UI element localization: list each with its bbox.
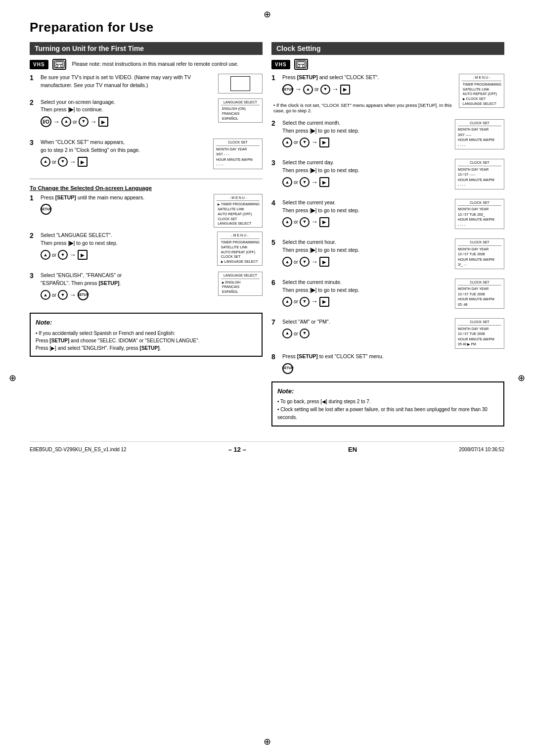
down-c7: ▼ bbox=[300, 329, 310, 338]
svg-point-2 bbox=[60, 65, 63, 67]
sub-step-3-diagram: ▲ or ▼ → SETUP bbox=[41, 289, 215, 300]
play-btn-s2: ▶ bbox=[78, 250, 88, 260]
clock-menu-screen: - M E N U - TIMER PROGRAMMING SATELLITE … bbox=[459, 74, 504, 108]
lang2-francais: FRANCAIS bbox=[221, 284, 260, 289]
step-1-num: 1 bbox=[30, 74, 38, 82]
step-1-row: 1 Be sure your TV's input is set to VIDE… bbox=[30, 74, 263, 94]
cmenu-sat: SATELLITE LINK bbox=[462, 87, 501, 92]
clock-screen-2: CLOCK SET MONTH DAY YEAR 3/07 ----- HOUR… bbox=[455, 119, 504, 150]
clock-step-8-num: 8 bbox=[271, 353, 279, 361]
en-label: EN bbox=[348, 446, 357, 453]
clock-step-2: 2 Select the current month.Then press [▶… bbox=[271, 119, 504, 155]
page-bottom: E8EB5UD_SD-V296KU_EN_ES_v1.indd 12 – 12 … bbox=[30, 441, 504, 453]
left-note-box: Note: • If you accidentally select Spani… bbox=[30, 313, 263, 357]
play-c3: ▶ bbox=[319, 177, 329, 187]
menu-screen-1: - M E N U - TIMER PROGRAMMING SATELLITE … bbox=[214, 194, 263, 228]
up-btn-c1: ▲ bbox=[303, 85, 313, 94]
clock-step-2-text: Select the current month.Then press [▶] … bbox=[282, 120, 359, 134]
setup-btn-1: SETUP bbox=[41, 204, 51, 215]
clock-step-1: 1 Press [SETUP] and select "CLOCK SET". … bbox=[271, 74, 504, 115]
right-note-bullet1: • To go back, press [◀] during steps 2 t… bbox=[277, 398, 498, 422]
sub-step-1-num: 1 bbox=[30, 194, 38, 202]
play-c6: ▶ bbox=[319, 297, 329, 307]
sub-step-3-num: 3 bbox=[30, 272, 38, 280]
clock-step-6-num: 6 bbox=[271, 279, 279, 286]
step-1-text: Be sure your TV's input is set to VIDEO.… bbox=[41, 74, 215, 90]
clock-step-8-row: 8 Press [SETUP] to exit "CLOCK SET" menu… bbox=[271, 353, 504, 377]
down-btn-s2: ▼ bbox=[58, 250, 68, 260]
setup-btn-c1: SETUP bbox=[282, 84, 293, 95]
step-2-text: Select your on-screen language.Then pres… bbox=[41, 99, 115, 113]
clock-if-note: • If the clock is not set, "CLOCK SET" m… bbox=[273, 102, 456, 113]
menu2-auto: AUTO REPEAT (OFF) bbox=[220, 250, 260, 255]
down-btn-3: ▼ bbox=[58, 157, 68, 167]
up-c4: ▲ bbox=[282, 217, 292, 227]
down-c4: ▼ bbox=[300, 217, 310, 227]
up-c2: ▲ bbox=[282, 138, 292, 147]
footer-right: 2008/07/14 10:36:52 bbox=[459, 447, 504, 452]
clock-step-7: 7 Select "AM" or "PM". ▲ or ▼ CLOCK SET bbox=[271, 318, 504, 349]
clock-step-5-text: Select the current hour.Then press [▶] t… bbox=[282, 239, 359, 253]
step-1-screen bbox=[218, 74, 263, 94]
left-note-text: • If you accidentally select Spanish or … bbox=[36, 330, 257, 352]
step-2-diagram: I/O → ▲ or ▼ → ▶ bbox=[41, 116, 215, 127]
step-3-text: When "CLOCK SET" menu appears,go to step… bbox=[41, 139, 140, 153]
right-column: Clock Setting VHS 1 bbox=[271, 42, 504, 426]
clock-device-icon bbox=[294, 59, 308, 70]
sub-step-1-row: 1 Press [SETUP] until the main menu appe… bbox=[30, 194, 263, 228]
clock-screen-step3: CLOCK SET MONTH DAY YEAR 3/07 - - - HOUR… bbox=[213, 139, 263, 169]
clock-step-7-num: 7 bbox=[271, 318, 279, 326]
clock-step-8-text: Press [SETUP] to exit "CLOCK SET" menu. bbox=[282, 353, 384, 359]
sub-step-2-text: Select "LANGUAGE SELECT".Then press [▶] … bbox=[41, 232, 118, 246]
lang-espanol: ESPAÑOL bbox=[221, 116, 260, 121]
step-2-row: 2 Select your on-screen language.Then pr… bbox=[30, 98, 263, 135]
menu-item-sat: SATELLITE LINK bbox=[217, 207, 260, 212]
clock-vhs-row: VHS bbox=[271, 59, 504, 70]
clock-screen-6: CLOCK SET MONTH DAY YEAR 10 / 07 TUE 200… bbox=[455, 279, 504, 309]
menu-item-lang: LANGUAGE SELECT bbox=[217, 221, 260, 226]
clock-step-1-text: Press [SETUP] and select "CLOCK SET". bbox=[282, 74, 379, 80]
page-number: – 12 – bbox=[228, 446, 246, 453]
clock-screen-4: CLOCK SET MONTH DAY YEAR 10 / 07 TUE 200… bbox=[455, 199, 504, 230]
clock-setting-header: Clock Setting bbox=[271, 42, 504, 55]
lang-english: ENGLISH (ON) bbox=[221, 106, 260, 111]
play-btn-3: ▶ bbox=[78, 157, 88, 167]
menu2-lang: LANGUAGE SELECT bbox=[220, 259, 260, 264]
svg-point-1 bbox=[55, 65, 58, 67]
sub-step-3-row: 3 Select "ENGLISH", "FRANCAIS" or"ESPAÑO… bbox=[30, 272, 263, 308]
menu-item-timer: TIMER PROGRAMMING bbox=[217, 202, 260, 207]
cmenu-auto: AUTO REPEAT (OFF) bbox=[462, 92, 501, 96]
play-c2: ▶ bbox=[319, 138, 329, 147]
menu-item-auto: AUTO REPEAT (OFF) bbox=[217, 212, 260, 217]
sub-step-1-diagram: SETUP bbox=[41, 204, 211, 215]
clock-vhs-badge: VHS bbox=[271, 60, 290, 69]
step-2-num: 2 bbox=[30, 98, 38, 106]
menu2-clock: CLOCK SET bbox=[220, 254, 260, 259]
svg-rect-3 bbox=[56, 62, 63, 64]
svg-rect-7 bbox=[298, 62, 305, 64]
play-c4: ▶ bbox=[319, 217, 329, 227]
cmenu-lang: LANGUAGE SELECT bbox=[462, 101, 501, 106]
vhs-badge: VHS bbox=[30, 60, 48, 69]
step-3-row: 3 When "CLOCK SET" menu appears,go to st… bbox=[30, 139, 263, 175]
clock-step-3: 3 Select the current day.Then press [▶] … bbox=[271, 159, 504, 195]
vhs-intro-text: Please note: most instructions in this m… bbox=[72, 60, 239, 68]
play-c5: ▶ bbox=[319, 257, 329, 267]
down-c3: ▼ bbox=[300, 177, 310, 187]
play-btn-2: ▶ bbox=[98, 117, 108, 127]
down-c2: ▼ bbox=[300, 138, 310, 147]
clock-step-5: 5 Select the current hour.Then press [▶]… bbox=[271, 238, 504, 275]
menu-item-clock: CLOCK SET bbox=[217, 217, 260, 222]
menu2-sat: SATELLITE LINK bbox=[220, 245, 260, 250]
down-c6: ▼ bbox=[300, 297, 310, 307]
subsection-header: To Change the Selected On-screen Languag… bbox=[30, 185, 263, 191]
down-btn-2: ▼ bbox=[79, 117, 89, 127]
up-btn-s3: ▲ bbox=[41, 290, 50, 300]
sub-step-3-text: Select "ENGLISH", "FRANCAIS" or"ESPAÑOL"… bbox=[41, 272, 122, 286]
up-btn-3: ▲ bbox=[41, 157, 50, 167]
clock-step-7-text: Select "AM" or "PM". bbox=[282, 319, 330, 325]
clock-step-1-num: 1 bbox=[271, 74, 279, 82]
up-c6: ▲ bbox=[282, 297, 292, 307]
setup-btn-c8: SETUP bbox=[282, 363, 293, 374]
turning-on-header: Turning on Unit for the First Time bbox=[30, 42, 263, 55]
